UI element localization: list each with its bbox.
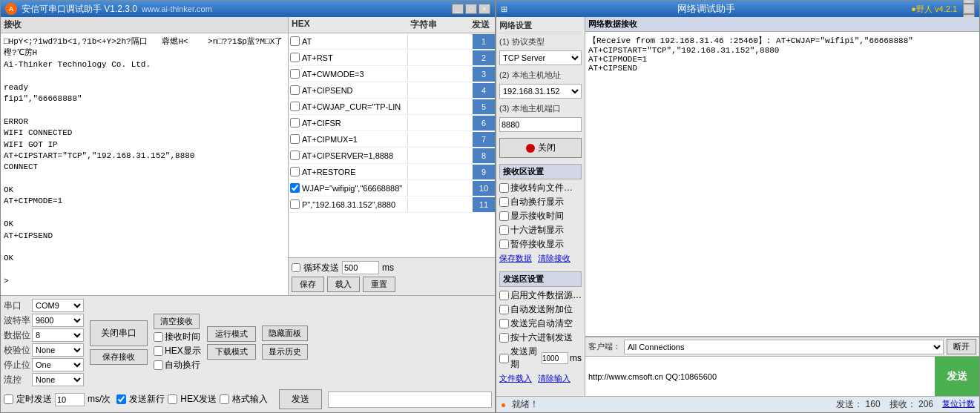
- flow-select[interactable]: None: [32, 373, 84, 386]
- hex-col-header: HEX: [292, 19, 410, 31]
- mt-input-2[interactable]: [300, 50, 408, 65]
- net-auto-line-label: 自动换行显示: [510, 196, 564, 208]
- mt-send-btn-6[interactable]: 6: [473, 116, 495, 130]
- mt-input-11[interactable]: [300, 197, 408, 212]
- use-file-checkbox[interactable]: [499, 291, 509, 300]
- load-file-link[interactable]: 文件载入: [499, 373, 532, 384]
- mt-checkbox-6[interactable]: [289, 118, 300, 128]
- pause-recv-checkbox[interactable]: [499, 239, 509, 249]
- show-history-btn[interactable]: 显示历史: [262, 344, 308, 360]
- mt-send-btn-7[interactable]: 7: [473, 132, 495, 147]
- net-auto-line-checkbox[interactable]: [499, 197, 509, 207]
- mt-checkbox-9[interactable]: [289, 167, 300, 176]
- net-recv-content: 【Receive from 192.168.31.46 :25460】: AT+…: [585, 32, 979, 337]
- mt-send-btn-1[interactable]: 1: [473, 34, 495, 49]
- net-maximize-button[interactable]: □: [963, 4, 975, 14]
- close-port-btn[interactable]: 关闭串口: [90, 320, 148, 346]
- auto-line-label: 自动换行: [165, 359, 200, 371]
- recv-time-checkbox[interactable]: [154, 332, 163, 342]
- mt-send-btn-11[interactable]: 11: [473, 197, 495, 212]
- baud-select[interactable]: 9600: [32, 314, 84, 327]
- mt-checkbox-7[interactable]: [289, 134, 300, 144]
- load-btn[interactable]: 载入: [327, 277, 360, 292]
- checksum-link[interactable]: 复位计数: [942, 398, 975, 411]
- loop-send-checkbox[interactable]: [292, 263, 300, 272]
- port-select[interactable]: COM9: [32, 299, 84, 312]
- local-port-input[interactable]: [499, 117, 582, 132]
- mt-send-btn-4[interactable]: 4: [473, 83, 495, 98]
- serial-main-area: 接收 □HpY<;?iwd?1b<1,?1b<+Y>2h?隔口 蓉燃H< >n□…: [1, 17, 495, 295]
- disconnect-btn[interactable]: 断开: [947, 339, 976, 354]
- loop-interval-input[interactable]: [342, 261, 379, 274]
- hex-send-checkbox[interactable]: [168, 394, 177, 404]
- mt-input-3[interactable]: [300, 67, 408, 82]
- mt-input-9[interactable]: [300, 165, 408, 179]
- net-send-input-row: 发送: [585, 357, 979, 396]
- net-send-input[interactable]: [585, 357, 935, 396]
- send-input[interactable]: [328, 391, 492, 408]
- mt-checkbox-10[interactable]: [289, 183, 300, 193]
- mt-send-btn-9[interactable]: 9: [473, 165, 495, 179]
- clear-input-link[interactable]: 清除输入: [538, 373, 570, 384]
- mt-send-btn-5[interactable]: 5: [473, 99, 495, 114]
- mt-checkbox-5[interactable]: [289, 102, 300, 111]
- auto-suffix-checkbox[interactable]: [499, 305, 509, 314]
- mt-input-6[interactable]: [300, 116, 408, 130]
- mt-input-5[interactable]: [300, 99, 408, 114]
- serial-title-text: 安信可串口调试助手 V1.2.3.0: [22, 3, 137, 16]
- protocol-select[interactable]: TCP Server TCP Client UDP: [499, 50, 582, 65]
- stopbits-select[interactable]: One: [32, 358, 84, 371]
- connection-status-indicator: [526, 144, 535, 153]
- mt-checkbox-4[interactable]: [289, 85, 300, 95]
- close-button[interactable]: ×: [479, 4, 490, 14]
- timed-interval-input[interactable]: [55, 393, 85, 406]
- show-time-checkbox[interactable]: [499, 211, 509, 221]
- client-select[interactable]: All Connections: [624, 340, 944, 354]
- checkbits-select[interactable]: None: [32, 343, 84, 357]
- auto-clear-checkbox[interactable]: [499, 319, 509, 328]
- clear-recv-link[interactable]: 清除接收: [538, 253, 570, 264]
- close-connection-btn[interactable]: 关闭: [499, 138, 582, 158]
- hex-show-checkbox[interactable]: [154, 346, 163, 356]
- format-input-checkbox[interactable]: [220, 394, 229, 404]
- hex-display-checkbox[interactable]: [499, 225, 509, 235]
- minimize-button[interactable]: _: [452, 4, 464, 14]
- run-mode-btn[interactable]: 运行模式: [207, 326, 256, 342]
- mt-checkbox-11[interactable]: [289, 199, 300, 209]
- recv-data-links: 保存数据 清除接收: [499, 251, 582, 265]
- net-hex-send-checkbox[interactable]: [499, 333, 509, 343]
- databits-select[interactable]: 8: [32, 328, 84, 342]
- maximize-button[interactable]: □: [465, 4, 477, 14]
- send-main-btn[interactable]: 发送: [279, 389, 322, 409]
- save-btn[interactable]: 保存: [292, 277, 324, 292]
- mt-checkbox-1[interactable]: [289, 36, 300, 46]
- net-send-btn[interactable]: 发送: [935, 357, 979, 396]
- receive-area: 接收 □HpY<;?iwd?1b<1,?1b<+Y>2h?隔口 蓉燃H< >n□…: [1, 17, 289, 295]
- hide-panel-btn[interactable]: 隐藏面板: [262, 326, 308, 341]
- mt-input-4[interactable]: [300, 83, 408, 98]
- timed-send-checkbox[interactable]: [4, 394, 13, 404]
- mt-checkbox-2[interactable]: [289, 53, 300, 62]
- save-data-link[interactable]: 保存数据: [499, 253, 532, 264]
- str-col-header: 字符串: [410, 19, 470, 31]
- mt-send-btn-3[interactable]: 3: [473, 67, 495, 82]
- mt-checkbox-8[interactable]: [289, 151, 300, 160]
- mt-send-btn-2[interactable]: 2: [473, 50, 495, 65]
- mt-input-7[interactable]: [300, 132, 408, 147]
- download-mode-btn[interactable]: 下载模式: [207, 344, 256, 360]
- newline-checkbox[interactable]: [116, 394, 126, 404]
- mt-input-1[interactable]: [300, 34, 408, 49]
- mt-send-btn-8[interactable]: 8: [473, 148, 495, 163]
- period-input[interactable]: [542, 352, 568, 364]
- clear-recv-btn[interactable]: 清空接收: [154, 314, 200, 329]
- mt-input-8[interactable]: [300, 148, 408, 163]
- local-ip-select[interactable]: 192.168.31.152: [499, 84, 582, 99]
- mt-send-btn-10[interactable]: 10: [473, 181, 495, 196]
- recv-to-file-checkbox[interactable]: [499, 183, 509, 193]
- mt-checkbox-3[interactable]: [289, 69, 300, 79]
- auto-line-checkbox[interactable]: [154, 360, 163, 370]
- period-checkbox[interactable]: [499, 354, 509, 363]
- save-recv-btn[interactable]: 保存接收: [90, 349, 148, 365]
- mt-input-10[interactable]: [300, 181, 408, 196]
- reset-btn[interactable]: 重置: [363, 277, 395, 292]
